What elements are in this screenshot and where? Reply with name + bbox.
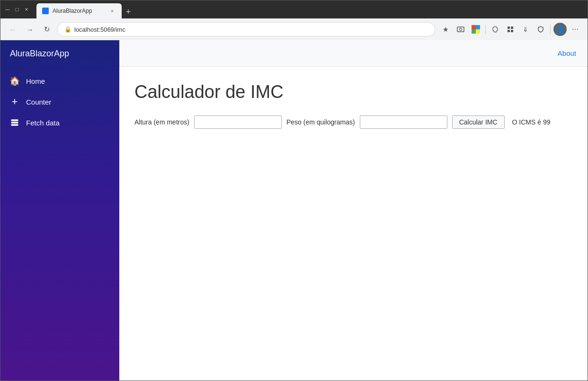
svg-rect-11 — [11, 122, 18, 123]
height-input[interactable] — [194, 115, 282, 129]
svg-rect-0 — [457, 27, 464, 32]
svg-rect-8 — [508, 30, 510, 32]
download-icon[interactable]: ⇓ — [519, 23, 532, 36]
close-window-button[interactable]: × — [23, 6, 30, 13]
sidebar-item-fetch-data-label: Fetch data — [26, 119, 60, 127]
svg-rect-9 — [511, 30, 513, 32]
title-bar: ─ □ × AluraBlazorApp × + — [0, 0, 588, 18]
page-title: Calculador de IMC — [134, 82, 572, 102]
svg-point-1 — [460, 28, 462, 31]
imc-form: Altura (em metros) Peso (em quilogramas)… — [134, 115, 572, 129]
app-brand: AluraBlazorApp — [0, 40, 119, 67]
sidebar-nav: 🏠 Home + Counter Fetch data — [0, 67, 119, 137]
svg-rect-7 — [511, 27, 513, 29]
calculate-button[interactable]: Calcular IMC — [452, 115, 505, 129]
app-container: AluraBlazorApp 🏠 Home + Counter — [0, 40, 588, 381]
new-tab-button[interactable]: + — [122, 5, 135, 18]
top-nav: About — [119, 40, 588, 67]
tab-close-button[interactable]: × — [108, 7, 116, 15]
back-button[interactable]: ← — [6, 23, 19, 36]
tab-title: AluraBlazorApp — [53, 8, 105, 14]
svg-rect-4 — [472, 29, 476, 34]
sidebar: AluraBlazorApp 🏠 Home + Counter — [0, 40, 119, 381]
toolbar-divider-1 — [485, 25, 486, 34]
svg-rect-2 — [472, 25, 476, 29]
height-label: Altura (em metros) — [134, 118, 189, 126]
star-icon[interactable]: ★ — [439, 23, 452, 36]
sidebar-item-counter[interactable]: + Counter — [0, 91, 119, 112]
sidebar-item-home[interactable]: 🏠 Home — [0, 71, 119, 91]
address-text: localhost:5069/imc — [74, 26, 125, 33]
result-text: O ICMS é 99 — [512, 118, 551, 126]
screenshot-icon[interactable] — [454, 23, 467, 36]
address-input[interactable]: 🔒 localhost:5069/imc — [57, 22, 435, 36]
minimize-button[interactable]: ─ — [4, 6, 11, 13]
page-body: Calculador de IMC Altura (em metros) Pes… — [119, 67, 588, 144]
counter-icon: + — [10, 97, 19, 106]
toolbar-icons: ★ — [439, 23, 582, 36]
collections-icon[interactable] — [504, 23, 517, 36]
weight-label: Peso (em quilogramas) — [286, 118, 355, 126]
refresh-button[interactable]: ↻ — [40, 23, 53, 36]
sidebar-item-home-label: Home — [26, 77, 45, 85]
tab-strip: AluraBlazorApp × + — [36, 0, 584, 18]
browser-window: ─ □ × AluraBlazorApp × + ← → ↻ 🔒 localho… — [0, 0, 588, 381]
weight-input[interactable] — [360, 115, 447, 129]
address-bar: ← → ↻ 🔒 localhost:5069/imc ★ — [0, 18, 588, 40]
sidebar-item-counter-label: Counter — [26, 98, 51, 106]
tab-favicon — [42, 8, 49, 14]
menu-icon[interactable]: ⋯ — [569, 23, 582, 36]
home-icon: 🏠 — [10, 76, 19, 86]
svg-rect-5 — [476, 29, 480, 34]
forward-button[interactable]: → — [23, 23, 36, 36]
toolbar-divider-2 — [550, 25, 551, 34]
active-tab[interactable]: AluraBlazorApp × — [36, 3, 122, 18]
svg-rect-3 — [476, 25, 480, 29]
profile-icon[interactable]: 👤 — [553, 23, 567, 36]
sidebar-item-fetch-data[interactable]: Fetch data — [0, 112, 119, 133]
fetch-data-icon — [10, 118, 19, 127]
svg-rect-6 — [508, 27, 510, 29]
lock-icon: 🔒 — [64, 26, 71, 33]
window-controls: ─ □ × — [4, 6, 30, 13]
shield-icon[interactable] — [534, 23, 547, 36]
maximize-button[interactable]: □ — [14, 6, 20, 13]
main-content: About Calculador de IMC Altura (em metro… — [119, 40, 588, 381]
ms-flag-icon[interactable] — [469, 23, 482, 36]
svg-rect-10 — [11, 120, 18, 121]
about-link[interactable]: About — [558, 49, 576, 57]
extensions-icon[interactable] — [489, 23, 502, 36]
svg-rect-12 — [11, 124, 18, 125]
